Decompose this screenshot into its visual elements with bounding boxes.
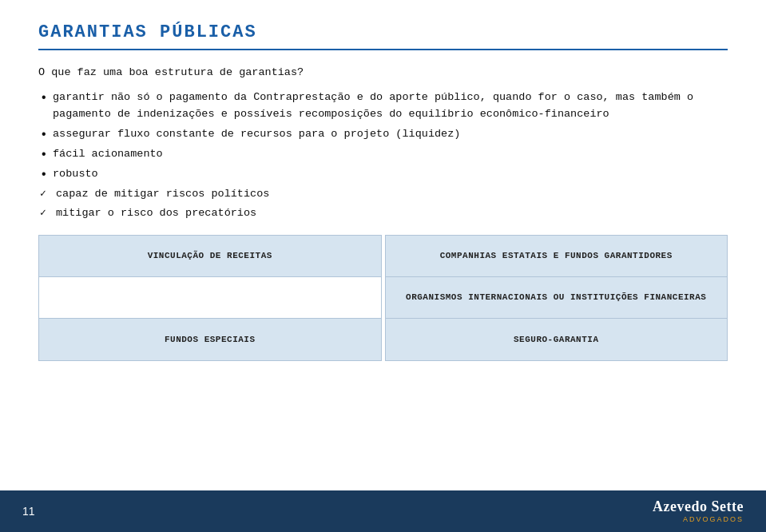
table-cell-seguro: SEGURO-GARANTIA [386, 319, 728, 360]
main-content: O que faz uma boa estrutura de garantias… [38, 65, 728, 361]
table-cell-vinculacao: VINCULAÇÃO DE RECEITAS [39, 236, 381, 277]
table-cell-organismos: ORGANISMOS INTERNACIONAIS OU INSTITUIÇÕE… [386, 277, 728, 319]
bullet-item-4: robusto [38, 166, 728, 183]
footer: 11 Azevedo Sette ADVOGADOS [0, 490, 766, 532]
logo-sub: ADVOGADOS [653, 515, 744, 523]
bullet-item-3: fácil acionamento [38, 146, 728, 163]
check-list: capaz de mitigar riscos políticos mitiga… [38, 186, 728, 223]
page-number: 11 [22, 505, 35, 518]
bullet-item-1: garantir não só o pagamento da Contrapre… [38, 89, 728, 123]
check-item-1: capaz de mitigar riscos políticos [38, 186, 728, 203]
table-cell-companhias: COMPANHIAS ESTATAIS E FUNDOS GARANTIDORE… [386, 236, 728, 277]
page: GARANTIAS PÚBLICAS O que faz uma boa est… [0, 0, 766, 532]
intro-line: O que faz uma boa estrutura de garantias… [38, 65, 728, 81]
table-cell-empty [39, 277, 381, 319]
table-right-col: COMPANHIAS ESTATAIS E FUNDOS GARANTIDORE… [385, 235, 728, 361]
guarantee-table: VINCULAÇÃO DE RECEITAS FUNDOS ESPECIAIS … [38, 235, 728, 361]
check-item-2: mitigar o risco dos precatórios [38, 205, 728, 222]
bullet-list: garantir não só o pagamento da Contrapre… [38, 89, 728, 183]
table-cell-fundos-especiais: FUNDOS ESPECIAIS [39, 319, 381, 360]
logo-name: Azevedo Sette [653, 499, 744, 515]
page-title: GARANTIAS PÚBLICAS [38, 22, 728, 50]
table-left-col: VINCULAÇÃO DE RECEITAS FUNDOS ESPECIAIS [38, 235, 382, 361]
bullet-item-2: assegurar fluxo constante de recursos pa… [38, 126, 728, 143]
logo: Azevedo Sette ADVOGADOS [653, 499, 744, 523]
